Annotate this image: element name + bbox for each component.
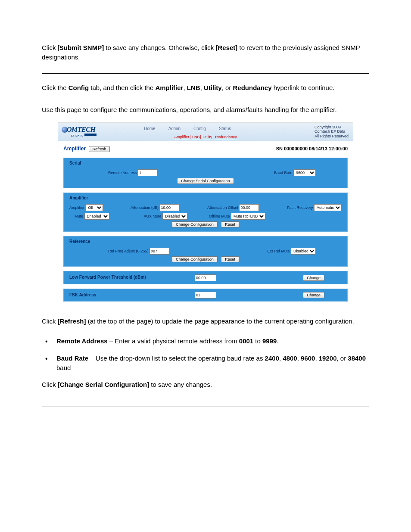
ref-freq-input[interactable] [149,248,169,255]
paragraph-use-page: Use this page to configure the communica… [42,105,369,115]
text: Click [42,381,58,388]
text-bold: Utility [204,84,222,91]
text: to save any changes. [149,381,212,388]
list-item: Baud Rate – Use the drop-down list to se… [42,354,369,373]
amplifier-select[interactable]: Off [86,204,103,211]
lfp-panel: Low Forward Power Threshold (dBm) Change [63,271,348,284]
text: Click [ [42,44,59,51]
text: , [315,355,318,362]
text: Click the [42,84,68,91]
lfp-input[interactable] [195,274,216,281]
text-bold: 38400 [348,355,366,362]
serial-panel: Serial Remote Address Baud Rate 9600 Cha… [63,158,348,188]
text-bold: [Reset] [215,44,237,51]
divider [42,73,369,74]
list-item: Remote Address – Enter a valid physical … [42,336,369,346]
ext-ref-mute-label: Ext Ref Mute [267,249,290,253]
aux-mute-label: AUX Mute [144,214,162,218]
attenuation-offset-label: Attenuation Offset [207,205,238,210]
text-bold: 9600 [301,355,315,362]
embedded-screenshot: OMTECH EF DATA Home Admin Config Status … [58,122,353,306]
copyright-block: Copyright 2009 Comtech EF Data All Right… [314,124,349,138]
text: , [297,355,301,362]
lfp-title: Low Forward Power Threshold (dBm) [69,274,146,281]
logo-sub-text: EF DATA [71,134,84,137]
reference-panel: Reference Ref Freq Adjust (0-255) Ext Re… [63,236,348,267]
separator: | [190,135,190,139]
fault-recovery-select[interactable]: Automatic [314,204,342,211]
amplifier-panel: Amplifier Amplifier Off Attenuation (dB)… [63,193,348,232]
text: – Use the drop-down list to select the o… [88,355,265,362]
text-bold: 19200 [319,355,337,362]
subtab-utility[interactable]: Utility [202,135,212,139]
text-bold: 0001 [239,337,253,345]
nav-tabs: Home Admin Config Status [144,124,231,132]
amplifier-panel-title: Amplifier [69,195,342,202]
tab-home[interactable]: Home [144,126,156,132]
text-bold: 9999 [262,337,277,345]
serial-number-status: SN 000000000 08/14/13 12:00:00 [276,146,348,152]
text: hyperlink to continue. [272,84,335,91]
tab-config[interactable]: Config [193,126,206,132]
separator: | [200,135,201,139]
ref-freq-label: Ref Freq Adjust (0-255) [108,249,149,253]
tab-status[interactable]: Status [219,126,231,132]
reset-button[interactable]: Reset [221,221,239,227]
attenuation-offset-input[interactable] [239,204,259,211]
subtab-lnb[interactable]: LNB [192,135,200,139]
subtab-amplifier[interactable]: Amplifier [174,135,189,139]
remote-address-label: Remote Address [108,171,137,175]
text: , [200,84,204,91]
fsk-panel: FSK Address Change [63,289,348,302]
text-bold: 2400 [265,355,279,362]
text-bold: Submit SNMP] [59,44,104,51]
copyright-line: All Rights Reserved [314,134,349,138]
copyright-line: Comtech EF Data [314,129,349,134]
paragraph-config-tab: Click the Config tab, and then click the… [42,83,369,93]
fsk-input[interactable] [195,292,216,299]
text-bold: Remote Address [56,337,108,345]
copyright-line: Copyright 2009 [314,125,349,129]
logo-block: OMTECH EF DATA [62,124,97,138]
bullet-list: Remote Address – Enter a valid physical … [42,336,369,372]
mute-label: Mute [75,214,83,218]
text-bold: Baud Rate [56,355,88,362]
reference-panel-title: Reference [69,239,342,245]
text: , or [336,355,348,362]
offline-mute-select[interactable]: Mute Rx+LNB [231,213,265,220]
text-bold: Amplifier [155,84,183,91]
tab-admin[interactable]: Admin [168,126,181,132]
screenshot-header: OMTECH EF DATA Home Admin Config Status … [58,123,353,141]
attenuation-label: Attenuation (dB) [131,205,159,210]
amplifier-label: Amplifier [69,205,84,210]
remote-address-input[interactable] [138,169,158,176]
ext-ref-mute-select[interactable]: Disabled [291,248,316,255]
sub-tabs: Amplifier| LNB| Utility| Redundancy [174,134,237,140]
subtab-redundancy[interactable]: Redundancy [215,135,237,139]
reset-button[interactable]: Reset [221,256,239,262]
fault-recovery-label: Fault Recovery [287,205,313,210]
text-bold: Config [68,84,89,91]
baud-rate-select[interactable]: 9600 [293,169,316,176]
paragraph-change-serial: Click [Change Serial Configuration] to s… [42,380,369,389]
text: . [277,337,278,345]
change-config-button[interactable]: Change Configuration [172,256,218,262]
screenshot-titlebar: Amplifier Refresh SN 000000000 08/14/13 … [58,141,353,155]
mute-select[interactable]: Enabled [84,213,109,220]
text-bold: 4800 [283,355,297,362]
attenuation-input[interactable] [160,204,180,211]
logo-bars-icon [84,134,97,136]
text: baud [56,364,71,371]
separator: | [212,135,213,139]
text-bold: [Refresh] [58,317,86,325]
refresh-button[interactable]: Refresh [89,146,110,152]
change-config-button[interactable]: Change Configuration [172,221,218,227]
fsk-change-button[interactable]: Change [303,292,324,298]
text-bold: Redundancy [233,84,271,91]
change-serial-config-button[interactable]: Change Serial Configuration [177,178,234,184]
fsk-title: FSK Address [69,292,96,299]
offline-mute-label: Offline Mute [209,214,230,218]
aux-mute-select[interactable]: Disabled [162,213,187,220]
text: to save any changes. Otherwise, click [104,44,215,51]
lfp-change-button[interactable]: Change [303,275,324,281]
